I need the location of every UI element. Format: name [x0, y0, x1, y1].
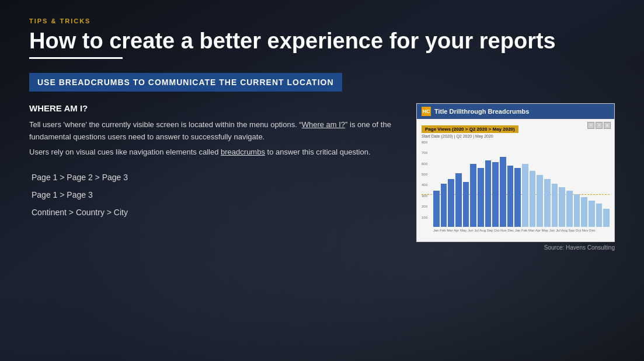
- bar-12: [514, 168, 521, 227]
- chart-title: Title Drillthrough Breadcrumbs: [434, 108, 529, 115]
- bar-3: [448, 179, 454, 226]
- breadcrumb-example-2: Page 1 > Page 3: [29, 190, 405, 199]
- main-title: How to create a better experience for yo…: [29, 29, 615, 54]
- chart-subtitle-small: Start Date (2020) | Q2 2020 | May 2020: [422, 134, 610, 138]
- bar-5: [463, 182, 469, 227]
- x-axis: Jan Feb Mar Apr May Jun Jul Aug Sep Oct …: [422, 229, 610, 232]
- bar-17: [552, 184, 558, 227]
- bar-10: [500, 157, 506, 227]
- bar-13: [522, 164, 528, 227]
- bar-15: [537, 175, 543, 227]
- chart-titlebar: HC Title Drillthrough Breadcrumbs: [417, 104, 614, 119]
- source-text: Source: Havens Consulting: [416, 244, 615, 251]
- bar-4: [455, 173, 462, 227]
- bar-chart: [433, 141, 610, 227]
- bar-22: [589, 201, 595, 226]
- y-axis: 800 700 600 500 400 300 200 100: [422, 141, 427, 219]
- breadcrumb-examples: Page 1 > Page 2 > Page 3 Page 1 > Page 3…: [29, 173, 405, 217]
- bar-14: [530, 171, 536, 227]
- breadcrumbs-link: breadcrumbs: [221, 148, 265, 156]
- breadcrumb-example-1: Page 1 > Page 2 > Page 3: [29, 173, 405, 182]
- bar-8: [485, 160, 492, 227]
- bar-24: [603, 209, 610, 227]
- paragraph-2: Users rely on visual cues like navigatio…: [29, 146, 405, 159]
- paragraph-1: Tell users 'where' the currently visible…: [29, 119, 405, 143]
- bar-21: [581, 197, 587, 226]
- chart-window: HC Title Drillthrough Breadcrumbs < > x …: [416, 103, 615, 242]
- bar-2: [441, 184, 447, 227]
- chart-icon: HC: [422, 107, 431, 116]
- bar-1: [433, 191, 440, 227]
- where-am-i-title: WHERE AM I?: [29, 103, 405, 113]
- bar-6: [470, 164, 476, 227]
- bar-20: [574, 194, 580, 227]
- chart-subtitle: Page Views (2020 > Q2 2020 > May 2020): [422, 125, 518, 133]
- tips-label: TIPS & TRICKS: [29, 17, 615, 24]
- where-am-i-link: Where am I?: [302, 120, 345, 129]
- breadcrumb-example-3: Continent > Country > City: [29, 208, 405, 217]
- ctrl-close[interactable]: x: [604, 122, 611, 129]
- bar-18: [559, 187, 565, 227]
- chart-body: < > x Page Views (2020 > Q2 2020 > May 2…: [417, 119, 614, 241]
- bar-11: [507, 166, 514, 227]
- bar-19: [566, 191, 573, 227]
- bar-7: [478, 168, 484, 227]
- bar-23: [596, 204, 603, 227]
- bar-16: [544, 179, 551, 226]
- chart-container: HC Title Drillthrough Breadcrumbs < > x …: [416, 103, 615, 251]
- ctrl-next[interactable]: >: [596, 122, 603, 129]
- title-underline: [29, 57, 123, 59]
- bar-9: [492, 162, 499, 227]
- chart-controls: < > x: [587, 122, 611, 129]
- section-header: USE BREADCRUMBS TO COMMUNICATE THE CURRE…: [29, 73, 342, 92]
- ctrl-prev[interactable]: <: [587, 122, 594, 129]
